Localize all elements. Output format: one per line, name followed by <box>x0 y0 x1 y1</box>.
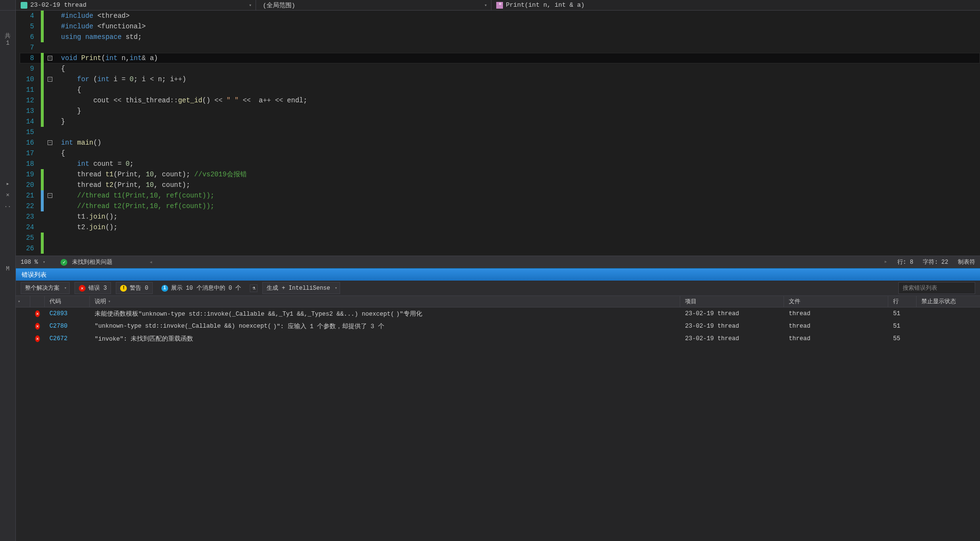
scope-dropdown[interactable]: (全局范围) <box>256 0 491 10</box>
code-content[interactable]: #include <thread> <box>57 11 130 21</box>
strip-arrow[interactable]: ▸ <box>0 178 15 189</box>
error-list-title-bar[interactable]: 错误列表 <box>16 268 980 281</box>
code-line[interactable]: 27 cout << "main: " << count << endl; <box>20 254 980 256</box>
code-content[interactable] <box>57 42 61 53</box>
code-content[interactable] <box>57 233 61 243</box>
code-content[interactable]: #include <functional> <box>57 21 146 32</box>
zoom-level[interactable]: 108 % <box>21 259 38 266</box>
messages-toggle-button[interactable]: i 展示 10 个消息中的 0 个 <box>158 283 245 294</box>
code-line[interactable]: 13 } <box>20 106 980 116</box>
code-content[interactable] <box>57 127 61 137</box>
gutter <box>41 180 57 190</box>
line-number: 16 <box>20 137 41 148</box>
header-icon[interactable]: ▾ <box>16 296 30 307</box>
error-row[interactable]: ✕C2893未能使函数模板"unknown-type std::invoke(_… <box>16 307 980 320</box>
scroll-right-icon[interactable]: ▸ <box>884 258 887 266</box>
code-content[interactable]: cout << this_thread::get_id() << " " << … <box>57 95 307 106</box>
top-bar-spacer <box>0 0 16 10</box>
code-line[interactable]: 9{ <box>20 63 980 74</box>
code-line[interactable]: 11 { <box>20 85 980 95</box>
code-line[interactable]: 15 <box>20 127 980 137</box>
code-line[interactable]: 21− //thread t1(Print,10, ref(count)); <box>20 190 980 201</box>
code-line[interactable]: 14} <box>20 116 980 127</box>
error-code[interactable]: C2672 <box>45 333 90 344</box>
code-line[interactable]: 16−int main() <box>20 137 980 148</box>
code-line[interactable]: 6using namespace std; <box>20 32 980 42</box>
file-dropdown[interactable]: 23-02-19 thread <box>16 0 256 10</box>
header-project[interactable]: 项目 <box>680 296 784 307</box>
code-line[interactable]: 4#include <thread> <box>20 11 980 21</box>
code-content[interactable]: //thread t2(Print,10, ref(count)); <box>57 201 214 211</box>
header-file[interactable]: 文件 <box>784 296 888 307</box>
error-code[interactable]: C2893 <box>45 308 90 319</box>
error-row[interactable]: ✕C2672"invoke": 未找到匹配的重载函数23-02-19 threa… <box>16 332 980 345</box>
code-content[interactable]: thread t1(Print, 10, count); //vs2019会报错 <box>57 169 247 180</box>
fold-toggle[interactable]: − <box>48 140 52 145</box>
code-editor[interactable]: 4#include <thread>5#include <functional>… <box>16 11 980 256</box>
filter-icon[interactable]: ⚗ <box>250 284 257 292</box>
line-number: 20 <box>20 180 41 190</box>
code-content[interactable]: t2.join(); <box>57 222 118 233</box>
header-code[interactable]: 代码 <box>45 296 90 307</box>
gutter <box>41 159 57 169</box>
code-content[interactable]: //thread t1(Print,10, ref(count)); <box>57 190 214 201</box>
fold-toggle[interactable]: − <box>48 193 52 198</box>
error-suppress <box>917 312 980 316</box>
gutter <box>41 11 57 21</box>
source-filter-dropdown[interactable]: 生成 + IntelliSense <box>262 282 340 294</box>
code-line[interactable]: 8−void Print(int n,int& a) <box>20 53 980 63</box>
strip-close-icon[interactable]: ✕ <box>0 189 15 200</box>
gutter <box>41 63 57 74</box>
code-line[interactable]: 12 cout << this_thread::get_id() << " " … <box>20 95 980 106</box>
code-content[interactable]: { <box>57 85 81 95</box>
code-line[interactable]: 23 t1.join(); <box>20 211 980 222</box>
gutter: − <box>41 53 57 63</box>
code-line[interactable]: 19 thread t1(Print, 10, count); //vs2019… <box>20 169 980 180</box>
error-project: 23-02-19 thread <box>680 321 784 332</box>
code-content[interactable]: } <box>57 106 81 116</box>
fold-toggle[interactable]: − <box>48 77 52 82</box>
code-content[interactable] <box>57 243 61 254</box>
header-desc[interactable]: 说明 ▾ <box>90 296 680 307</box>
change-marker <box>41 63 44 74</box>
error-code[interactable]: C2780 <box>45 321 90 332</box>
errors-toggle-button[interactable]: ✕ 错误 3 <box>74 282 111 294</box>
code-content[interactable]: thread t2(Print, 10, count); <box>57 180 190 190</box>
gutter <box>41 222 57 233</box>
code-line[interactable]: 7 <box>20 42 980 53</box>
code-content[interactable]: { <box>57 63 65 74</box>
code-line[interactable]: 24 t2.join(); <box>20 222 980 233</box>
code-content[interactable]: int main() <box>57 137 101 148</box>
code-content[interactable]: t1.join(); <box>57 211 118 222</box>
code-content[interactable]: int count = 0; <box>57 159 134 169</box>
solution-filter-dropdown[interactable]: 整个解决方案 <box>21 282 70 294</box>
code-line[interactable]: 20 thread t2(Print, 10, count); <box>20 180 980 190</box>
error-description: "invoke": 未找到匹配的重载函数 <box>90 333 680 345</box>
code-line[interactable]: 17{ <box>20 148 980 159</box>
scroll-left-icon[interactable]: ◂ <box>149 258 152 266</box>
code-line[interactable]: 18 int count = 0; <box>20 159 980 169</box>
code-line[interactable]: 22 //thread t2(Print,10, ref(count)); <box>20 201 980 211</box>
code-content[interactable]: } <box>57 116 65 127</box>
code-line[interactable]: 26 <box>20 243 980 254</box>
warnings-toggle-button[interactable]: ! 警告 0 <box>116 282 152 294</box>
fold-toggle[interactable]: − <box>48 56 52 61</box>
code-content[interactable]: using namespace std; <box>57 32 142 42</box>
header-suppress[interactable]: 禁止显示状态 <box>917 296 980 307</box>
function-dropdown[interactable]: Print(int n, int & a) <box>491 0 980 10</box>
code-line[interactable]: 10− for (int i = 0; i < n; i++) <box>20 74 980 85</box>
error-line: 51 <box>888 321 917 332</box>
code-content[interactable]: { <box>57 148 65 159</box>
error-icon-cell: ✕ <box>30 333 45 344</box>
header-line[interactable]: 行 <box>888 296 917 307</box>
code-content[interactable]: cout << "main: " << count << endl; <box>57 254 214 256</box>
code-line[interactable]: 5#include <functional> <box>20 21 980 32</box>
code-content[interactable]: for (int i = 0; i < n; i++) <box>57 74 186 85</box>
code-line[interactable]: 25 <box>20 233 980 243</box>
code-content[interactable]: void Print(int n,int& a) <box>57 53 158 63</box>
zoom-dropdown-icon[interactable]: ▾ <box>43 259 45 265</box>
error-row[interactable]: ✕C2780"unknown-type std::invoke(_Callabl… <box>16 320 980 332</box>
error-search-input[interactable]: 搜索错误列表 <box>898 282 975 294</box>
header-blank[interactable] <box>30 296 45 307</box>
error-icon-cell: ✕ <box>30 308 45 319</box>
